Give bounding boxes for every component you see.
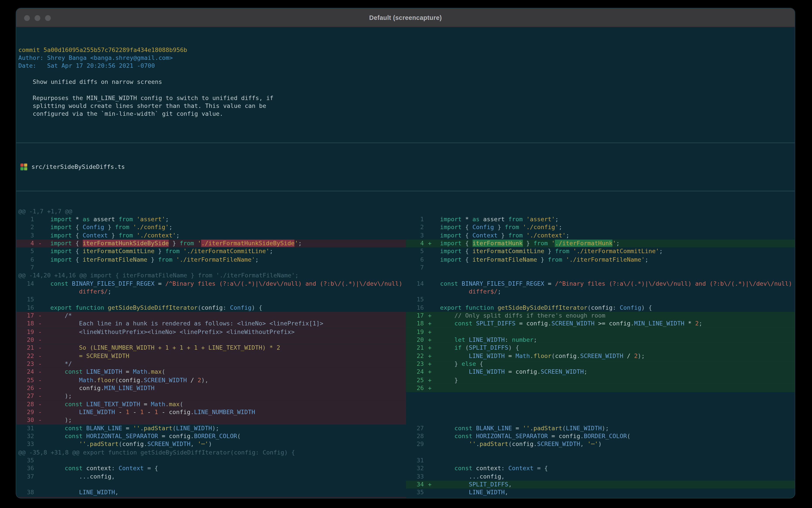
token: ,: [190, 440, 194, 448]
token: [508, 336, 512, 343]
token: 'assert': [526, 216, 555, 223]
token: ;: [298, 240, 302, 247]
token: BORDER_COLOR: [194, 432, 237, 440]
terminal-content[interactable]: commit 5a00d16095a255b57c762289fa434e180…: [16, 27, 795, 499]
token: {: [476, 360, 483, 368]
token: =: [122, 424, 133, 432]
diff-cell-del: 29- LINE_WIDTH - 1 - 1 - 1 - config.LINE…: [16, 408, 406, 416]
line-number: 19: [16, 328, 34, 336]
diff-marker: -: [38, 320, 43, 328]
token: (: [180, 400, 183, 408]
diff-marker: [428, 231, 433, 240]
token: [50, 288, 79, 295]
token: Context: [472, 231, 497, 239]
diff-row: 25- Math.floor(config.SCREEN_WIDTH / 2),…: [16, 376, 795, 384]
token: config: [512, 440, 534, 448]
close-button[interactable]: [24, 15, 30, 20]
token: [194, 240, 197, 247]
diff-row: 31 const BLANK_LINE = ''.padStart(LINE_W…: [16, 424, 795, 432]
diff-cell-ctx: 33 ...config,: [406, 473, 795, 481]
token: LINE_WIDTH: [79, 489, 115, 496]
token: config: [558, 432, 580, 440]
token: }: [523, 240, 534, 247]
token: ;: [566, 231, 569, 239]
diff-marker: -: [38, 344, 43, 352]
diff-cell-ctx: 2import { Config } from './config';: [16, 223, 406, 231]
line-number: 24: [406, 368, 424, 376]
diff-cell-fill: [406, 416, 795, 424]
diff-cell-ctx: 3import { Context } from './context';: [16, 231, 406, 240]
diff-marker: [38, 216, 43, 224]
diff-cell-ctx: 1import * as assert from 'assert';: [16, 216, 406, 224]
code-line: */: [50, 360, 72, 368]
token: [523, 231, 526, 239]
diff-row: 1515: [16, 296, 795, 304]
token: Each line in a hunk is rendered as follo…: [50, 320, 323, 327]
code-line: let LINE_WIDTH: number;: [440, 336, 537, 344]
diff-cell-del: 28- const LINE_TEXT_WIDTH = Math.max(: [16, 400, 406, 409]
token: <lineWithoutPrefix><lineNo> <linePrefix>…: [50, 328, 295, 335]
token: LINE_TEXT_WIDTH: [86, 400, 140, 408]
token: ': [295, 240, 298, 247]
token: import: [440, 216, 462, 223]
token: [50, 368, 64, 375]
titlebar[interactable]: Default (screencapture): [16, 8, 795, 27]
token: iterFormatHunk: [472, 240, 523, 247]
diff-row: differ$/; differ$/;: [16, 288, 795, 296]
diff-cell-fill: [16, 481, 406, 489]
token: '': [469, 440, 476, 448]
diff-row: 30- );: [16, 416, 795, 424]
token: ,: [501, 473, 505, 480]
token: Math: [79, 376, 93, 383]
token: [50, 384, 79, 392]
token: *: [76, 216, 79, 223]
file-name: src/iterSideBySideDiffs.ts: [32, 163, 125, 171]
token: :: [223, 304, 226, 311]
token: [472, 432, 476, 440]
diff-row: 37 ...config,33 ...config,: [16, 473, 795, 481]
token: (: [115, 376, 119, 383]
diff-cell-fill: [406, 400, 795, 409]
token: ;: [255, 256, 259, 263]
token: Math: [151, 400, 165, 408]
line-number: 25: [16, 376, 34, 384]
token: max: [169, 400, 180, 408]
token: LINE_WIDTH: [469, 368, 505, 375]
token: [50, 489, 79, 496]
code-line: const BLANK_LINE = ''.padStart(LINE_WIDT…: [50, 424, 219, 432]
line-number: 18: [406, 320, 424, 328]
token: [129, 223, 133, 231]
diff-marker: [428, 280, 433, 288]
line-number: 4: [16, 240, 34, 248]
file-icon-square: [24, 167, 27, 170]
token: =: [505, 352, 515, 359]
diff-row: 3import { Context } from './context';3im…: [16, 231, 795, 240]
token: /: [623, 352, 634, 359]
diff-marker: +: [428, 312, 433, 320]
token: ) {: [508, 344, 519, 351]
token: );: [50, 416, 72, 424]
token: SPLIT_DIFFS: [469, 344, 508, 351]
zoom-button[interactable]: [45, 15, 51, 20]
line-number: 28: [406, 432, 424, 440]
token: [440, 368, 469, 375]
token: [50, 497, 79, 498]
line-number: [406, 400, 424, 409]
diff-marker: -: [38, 360, 43, 368]
line-number: [406, 408, 424, 416]
token: .: [548, 320, 551, 327]
token: [570, 248, 573, 255]
code-line: ...config,: [440, 473, 505, 481]
diff-marker: +: [428, 352, 433, 360]
diff-row: 17- /*17+ // Only split diffs if there's…: [16, 312, 795, 320]
minimize-button[interactable]: [35, 15, 40, 20]
token: as: [83, 216, 90, 223]
diff-row: 77: [16, 264, 795, 272]
token: =: [158, 432, 169, 440]
token: ;: [534, 336, 537, 343]
token: assert: [480, 216, 508, 223]
token: context: [472, 465, 501, 472]
token: [523, 216, 526, 223]
token: (: [627, 432, 630, 440]
diff-row: 20-20+ let LINE_WIDTH: number;: [16, 336, 795, 344]
